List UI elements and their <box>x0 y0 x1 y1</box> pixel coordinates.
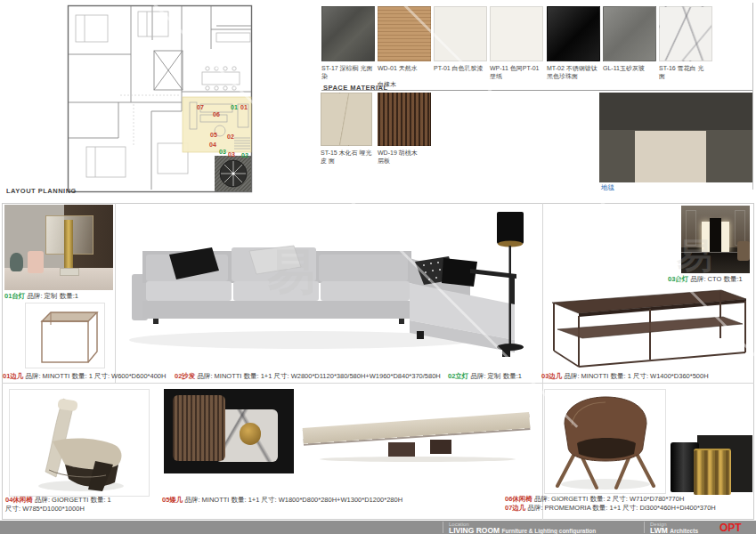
carpet-border <box>599 93 752 130</box>
carpet-center <box>635 131 706 182</box>
item-id: 07边几 <box>505 504 525 512</box>
lamp-base <box>60 268 79 276</box>
swatch-image <box>321 6 375 61</box>
material-swatch-wd01: WD-01 天然水 白橡木 <box>378 6 431 88</box>
plan-tree <box>220 160 247 187</box>
panel-divider-3 <box>2 383 754 384</box>
item-spec: 品牌: GIORGETTI 数量: 2 尺寸: W710*D780*770H <box>534 495 684 503</box>
item-spec: 品牌: MINOTTI 数量: 1 尺寸: W1400*D360*500H <box>564 372 708 380</box>
lamp-glow-panel <box>721 222 729 253</box>
item-id: 02沙发 <box>175 372 195 380</box>
stone-slab <box>303 412 530 443</box>
caption-table-lamp-01: 01台灯 品牌: 定制 数量:1 <box>4 292 78 301</box>
title-bar: Location LIVING ROOM Furniture & Lightin… <box>0 521 756 534</box>
coffee-table-05-dark-photo <box>164 389 294 473</box>
item-spec: 品牌: PROMEMORIA 数量: 1+1 尺寸: Di300*460H+Di… <box>527 504 715 512</box>
plan-marker-04: 04 <box>209 142 216 148</box>
location-room: LIVING ROOM <box>449 526 500 534</box>
layout-planning-label: LAYOUT PLANNING <box>6 187 77 195</box>
swatch-label: GL-11玉砂灰玻 <box>603 64 656 72</box>
table-shadow <box>320 457 515 462</box>
sofa-02-photo <box>116 205 541 368</box>
swatch-image <box>378 6 431 61</box>
item-spec-2: 尺寸: W785*D1000*1000H <box>5 505 85 513</box>
floor-plan: 07 06 01 01 05 02 04 03 03 02 <box>67 4 258 194</box>
material-swatch-st17: ST-17 深棕榈 光面 染 <box>321 6 375 80</box>
swatch-label: ST-15 木化石 哑光 皮 面 <box>321 149 372 165</box>
design-value: LWM Architects <box>650 526 698 534</box>
material-swatch-st16: ST-16 雪花白 光 面 <box>659 6 712 80</box>
console-table-drawing <box>547 285 752 370</box>
caption-side-table-01: 01边几 品牌: MINOTTI 数量: 1 尺寸: W600*D600*400… <box>3 372 166 381</box>
item-id: 02立灯 <box>448 372 468 380</box>
lamp-glow-panel <box>702 222 710 253</box>
caption-floor-lamp-02: 02立灯 品牌: 定制 数量:1 <box>448 372 522 381</box>
location-sub: Furniture & Lighting configuration <box>502 528 597 534</box>
lamp-black-slab <box>710 218 720 255</box>
item-spec: 品牌: GIORGETTI 数量: 1 <box>35 496 111 504</box>
top-right-border <box>752 3 753 190</box>
location-value: LIVING ROOM Furniture & Lighting configu… <box>449 526 596 534</box>
wall-molding <box>686 210 696 246</box>
table-leg <box>388 442 415 457</box>
opt-badge: OPT <box>719 522 742 534</box>
plan-marker-06: 06 <box>213 111 220 117</box>
caption-side-table-07: 07边几 品牌: PROMEMORIA 数量: 1+1 尺寸: Di300*46… <box>505 504 716 513</box>
plan-marker-07: 07 <box>197 104 204 110</box>
materials-divider <box>321 90 753 91</box>
item-spec: 品牌: 定制 数量:1 <box>470 372 522 380</box>
lounge-chair-04-photo <box>9 389 150 497</box>
armchair-drawing <box>545 390 665 493</box>
caption-armchair-06: 06休闲椅 品牌: GIORGETTI 数量: 2 尺寸: W710*D780*… <box>505 495 684 504</box>
coffee-table-05-light-photo <box>296 389 540 481</box>
brass-disc <box>240 423 262 445</box>
floor-plan-drawing: 07 06 01 01 05 02 04 03 03 02 <box>67 4 258 194</box>
carpet-image <box>599 93 752 182</box>
caption-coffee-table-05: 05矮几 品牌: MINOTTI 数量: 1+1 尺寸: W1800*D800*… <box>162 496 402 505</box>
item-id: 04休闲椅 <box>5 496 33 504</box>
swatch-image <box>659 6 712 61</box>
bar-separator <box>443 522 443 533</box>
table-lamp-03-photo <box>681 206 750 273</box>
swatch-image <box>490 6 543 61</box>
item-spec: 品牌: MINOTTI 数量: 1+1 尺寸: W1800*D800*280H+… <box>184 496 402 504</box>
material-swatch-wp11: WP-11 色同PT-01 壁纸 <box>490 6 543 80</box>
design-firm: LWM <box>650 526 668 534</box>
wood-slab <box>173 395 224 461</box>
lamp-table-surface <box>4 268 113 290</box>
material-swatch-gl11: GL-11玉砂灰玻 <box>603 6 656 72</box>
swatch-label: ST-17 深棕榈 光面 染 <box>321 64 375 80</box>
bar-separator <box>644 522 645 533</box>
swatch-image <box>321 93 372 146</box>
swatch-image <box>547 6 600 61</box>
caption-table-lamp-03: 03台灯 品牌: CTO 数量:1 <box>668 275 743 284</box>
item-spec: 品牌: MINOTTI 数量: 1+1 尺寸: W2800*D1120*380/… <box>197 372 440 380</box>
swatch-label: ST-16 雪花白 光 面 <box>659 64 712 80</box>
armchair-06-photo <box>544 389 666 494</box>
item-id: 06休闲椅 <box>505 495 532 503</box>
item-spec: 品牌: 定制 数量:1 <box>27 292 78 300</box>
candle <box>28 251 44 273</box>
plan-marker-01-red: 01 <box>240 104 248 110</box>
wall-molding <box>735 210 745 246</box>
caption-lounge-chair-04-line1: 04休闲椅 品牌: GIORGETTI 数量: 1 <box>5 496 111 505</box>
plan-marker-02-red: 02 <box>227 134 234 140</box>
table-leg <box>430 440 452 454</box>
console-table-03-photo <box>547 285 752 370</box>
swatch-image <box>603 6 656 61</box>
side-table-07-photo <box>667 389 753 494</box>
material-swatch-mt02: MT-02 不锈钢镀钛 黑色珍珠面 <box>547 6 600 80</box>
swatch-label: WP-11 色同PT-01 壁纸 <box>490 64 543 80</box>
side-table-01-photo <box>25 303 105 368</box>
item-id: 05矮几 <box>162 496 183 504</box>
swatch-label: PT-01 白色乳胶漆 <box>434 64 487 72</box>
item-spec: 品牌: CTO 数量:1 <box>690 275 742 283</box>
design-firm-sub: Architects <box>670 528 698 534</box>
item-id: 01台灯 <box>4 292 25 300</box>
swatch-image <box>378 93 431 146</box>
table-lamp-01-photo <box>4 205 113 290</box>
swatch-label: WD-19 胡桃木 层板 <box>378 149 431 165</box>
item-id: 03边几 <box>541 372 562 380</box>
design-board: 07 06 01 01 05 02 04 03 03 02 LAYOUT PLA… <box>0 0 756 534</box>
plan-marker-02-green: 02 <box>241 152 248 158</box>
